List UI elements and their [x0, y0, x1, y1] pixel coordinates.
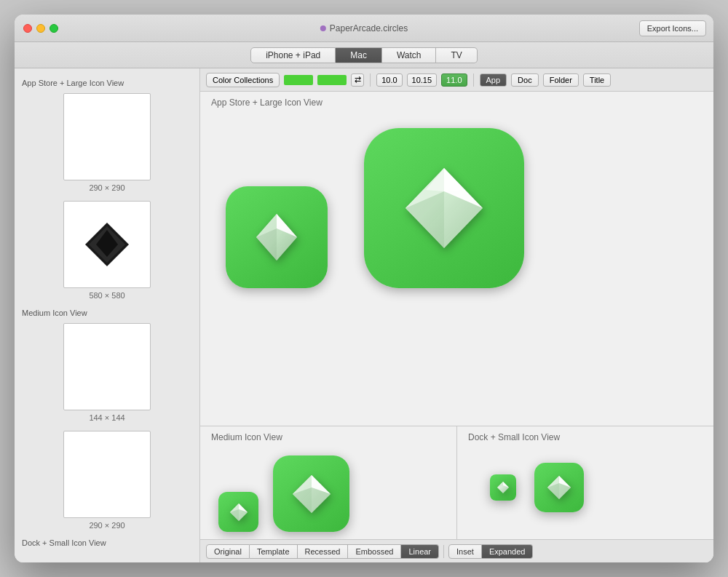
bottom-recessed[interactable]: Recessed	[298, 544, 349, 559]
tab-mac[interactable]: Mac	[336, 47, 382, 63]
bottom-panels: Medium Icon View	[200, 426, 713, 539]
medium-panel-icons	[211, 448, 446, 539]
sidebar-size-290-2: 290 × 290	[22, 521, 192, 530]
diamond-gem-medium	[248, 208, 306, 266]
version-10-0[interactable]: 10.0	[376, 73, 402, 87]
app-store-section: App Store + Large Icon View	[200, 92, 713, 426]
type-title[interactable]: Title	[583, 73, 611, 87]
medium-small-icon[interactable]	[218, 492, 258, 532]
diamond-gem-tiny	[496, 480, 510, 495]
sidebar-preview-290-1[interactable]	[63, 93, 151, 180]
svg-marker-6	[256, 228, 277, 260]
bottom-expanded[interactable]: Expanded	[482, 544, 534, 559]
sidebar-section-dock: Dock + Small Icon View	[22, 538, 192, 547]
close-button[interactable]	[23, 24, 32, 33]
sidebar-size-580: 580 × 580	[22, 291, 192, 300]
app-store-label: App Store + Large Icon View	[211, 92, 703, 114]
bottom-group-2: Inset Expanded	[448, 544, 533, 559]
sidebar-section-medium: Medium Icon View	[22, 309, 192, 317]
svg-marker-12	[444, 191, 483, 248]
icon-canvas-wrapper: App Store + Large Icon View	[200, 92, 713, 539]
title-dot-icon	[320, 25, 326, 31]
svg-marker-11	[405, 191, 444, 248]
sidebar-diamond-icon	[82, 219, 132, 270]
medium-panel-label: Medium Icon View	[211, 432, 446, 442]
svg-marker-31	[559, 483, 571, 499]
svg-marker-7	[277, 228, 297, 260]
dock-medium-icon[interactable]	[534, 463, 584, 512]
toolbar: Color Collections ⇄ 10.0 10.15 11.0 App …	[200, 68, 713, 92]
maximize-button[interactable]	[50, 24, 58, 33]
tab-watch[interactable]: Watch	[382, 47, 437, 63]
version-11-0[interactable]: 11.0	[441, 73, 467, 87]
traffic-lights	[15, 24, 58, 33]
tab-tv[interactable]: TV	[436, 47, 477, 63]
bottom-group-1: Original Template Recessed Embossed Line…	[206, 544, 439, 559]
diamond-gem-dock	[545, 474, 573, 501]
svg-marker-30	[547, 483, 559, 499]
sidebar-section-app-store: App Store + Large Icon View	[22, 79, 192, 87]
sidebar-size-144: 144 × 144	[22, 413, 192, 422]
app-store-large-icon[interactable]	[364, 128, 524, 288]
bottom-original[interactable]: Original	[206, 544, 250, 559]
tab-bar: iPhone + iPad Mac Watch TV	[15, 42, 713, 68]
main-content: App Store + Large Icon View 290 × 290 58…	[15, 68, 713, 562]
sidebar-preview-144[interactable]	[63, 323, 151, 410]
color-collections-button[interactable]: Color Collections	[206, 73, 280, 87]
color-bar-2[interactable]	[317, 75, 347, 85]
bottom-inset[interactable]: Inset	[448, 544, 482, 559]
svg-marker-13	[426, 168, 462, 191]
diamond-gem-small	[228, 501, 250, 523]
type-doc[interactable]: Doc	[511, 73, 539, 87]
bottom-linear[interactable]: Linear	[401, 544, 439, 559]
bottom-template[interactable]: Template	[250, 544, 298, 559]
sidebar: App Store + Large Icon View 290 × 290 58…	[15, 68, 200, 562]
main-window: PaperArcade.circles Export Icons... iPho…	[15, 15, 713, 562]
sidebar-size-290-1: 290 × 290	[22, 183, 192, 192]
title-bar: PaperArcade.circles Export Icons...	[15, 15, 713, 42]
bottom-divider	[443, 545, 444, 558]
bottom-embossed[interactable]: Embossed	[348, 544, 401, 559]
medium-icon-panel: Medium Icon View	[200, 426, 457, 539]
dock-panel-icons	[468, 448, 703, 520]
color-bar-1[interactable]	[284, 75, 313, 85]
type-folder[interactable]: Folder	[543, 73, 579, 87]
minimize-button[interactable]	[36, 24, 45, 33]
dock-tiny-icon[interactable]	[490, 474, 516, 501]
toolbar-divider-1	[370, 73, 371, 87]
swap-button[interactable]: ⇄	[351, 73, 364, 87]
diamond-gem-medium-large	[289, 471, 334, 517]
app-store-medium-icon[interactable]	[226, 186, 328, 288]
medium-large-icon[interactable]	[273, 455, 349, 532]
dock-panel-label: Dock + Small Icon View	[468, 432, 703, 442]
export-button[interactable]: Export Icons...	[639, 20, 706, 36]
sidebar-preview-580[interactable]	[63, 201, 151, 288]
bottom-toolbar: Original Template Recessed Embossed Line…	[200, 539, 713, 562]
window-title: PaperArcade.circles	[320, 23, 408, 33]
app-store-icons	[211, 114, 703, 288]
sidebar-preview-290-2[interactable]	[63, 431, 151, 518]
version-10-15[interactable]: 10.15	[407, 73, 438, 87]
tab-iphone-ipad[interactable]: iPhone + iPad	[250, 47, 336, 63]
right-panel: Color Collections ⇄ 10.0 10.15 11.0 App …	[200, 68, 713, 562]
dock-icon-panel: Dock + Small Icon View	[457, 426, 713, 539]
type-app[interactable]: App	[480, 73, 507, 87]
toolbar-divider-2	[473, 73, 474, 87]
diamond-gem-large	[397, 161, 491, 255]
